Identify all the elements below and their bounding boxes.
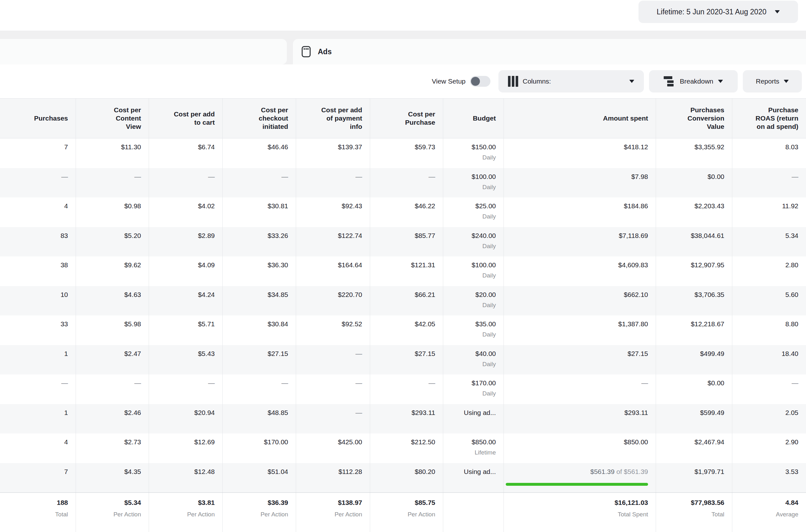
table-row[interactable]: 7$4.35$12.48$51.04$112.28$80.20Using ad.… <box>0 463 806 493</box>
cell-cost_per_purchase: — <box>370 168 443 198</box>
table-row[interactable]: 7$11.30$6.74$46.46$139.37$59.73$150.00Da… <box>0 138 806 168</box>
cell-cost_per_add_of_payment_info: $139.37 <box>296 138 370 168</box>
cell-amount_spent: $4,609.83 <box>504 256 656 286</box>
view-setup-toggle[interactable] <box>470 76 490 87</box>
cell-purchases_conversion_value: $2,203.43 <box>656 197 732 227</box>
total-cell-cost_per_content_view: $5.34Per Action <box>76 493 149 532</box>
cell-purchases_conversion_value: $12,218.67 <box>656 316 732 345</box>
cell-cost_per_content_view: $11.30 <box>76 138 149 168</box>
cell-purchase_roas: — <box>732 168 806 198</box>
table-row[interactable]: 10$4.63$4.24$34.85$220.70$66.21$20.00Dai… <box>0 286 806 316</box>
cell-cost_per_add_to_cart: $2.89 <box>149 227 223 257</box>
cell-amount_spent: $1,387.80 <box>504 316 656 345</box>
cell-cost_per_checkout_initiated: $46.46 <box>223 138 296 168</box>
table-row[interactable]: 4$0.98$4.02$30.81$92.43$46.22$25.00Daily… <box>0 197 806 227</box>
cell-budget: $40.00Daily <box>443 345 504 375</box>
breakdown-button[interactable]: Breakdown <box>649 70 738 93</box>
tab-ads[interactable]: Ads <box>293 39 806 64</box>
cell-cost_per_add_to_cart: $12.69 <box>149 434 223 463</box>
column-header-purchase_roas[interactable]: Purchase ROAS (return on ad spend) <box>732 98 806 138</box>
cell-purchases: 1 <box>0 404 76 434</box>
cell-cost_per_content_view: — <box>76 168 149 198</box>
cell-purchase_roas: 5.60 <box>732 286 806 316</box>
table-row[interactable]: 1$2.47$5.43$27.15—$27.15$40.00Daily$27.1… <box>0 345 806 375</box>
cell-cost_per_add_to_cart: $20.94 <box>149 404 223 434</box>
total-cell-amount_spent: $16,121.03Total Spent <box>504 493 656 532</box>
cell-cost_per_add_of_payment_info: $164.64 <box>296 256 370 286</box>
cell-cost_per_purchase: $80.20 <box>370 463 443 493</box>
cell-purchase_roas: 2.90 <box>732 434 806 463</box>
column-header-purchases[interactable]: Purchases <box>0 98 76 138</box>
columns-icon <box>508 76 518 87</box>
cell-cost_per_add_of_payment_info: — <box>296 345 370 375</box>
cell-cost_per_purchase: $85.77 <box>370 227 443 257</box>
column-header-cost_per_content_view[interactable]: Cost per Content View <box>76 98 149 138</box>
cell-purchases: 4 <box>0 197 76 227</box>
cell-cost_per_content_view: — <box>76 375 149 404</box>
cell-cost_per_add_of_payment_info: $92.52 <box>296 316 370 345</box>
cell-amount_spent: $850.00 <box>504 434 656 463</box>
table-row[interactable]: 1$2.46$20.94$48.85—$293.11Using ad...$29… <box>0 404 806 434</box>
cell-purchase_roas: 2.05 <box>732 404 806 434</box>
cell-purchases_conversion_value: $0.00 <box>656 375 732 404</box>
cell-purchase_roas: 5.34 <box>732 227 806 257</box>
budget-progress-bar <box>506 483 648 486</box>
column-header-cost_per_add_of_payment_info[interactable]: Cost per add of payment info <box>296 98 370 138</box>
cell-purchases: 7 <box>0 463 76 493</box>
cell-purchases_conversion_value: $499.49 <box>656 345 732 375</box>
cell-amount_spent: $27.15 <box>504 345 656 375</box>
cell-cost_per_content_view: $2.47 <box>76 345 149 375</box>
cell-purchases: 4 <box>0 434 76 463</box>
cell-budget: $20.00Daily <box>443 286 504 316</box>
cell-budget: $25.00Daily <box>443 197 504 227</box>
column-header-budget[interactable]: Budget <box>443 98 504 138</box>
column-header-cost_per_checkout_initiated[interactable]: Cost per checkout initiated <box>223 98 296 138</box>
column-header-purchases_conversion_value[interactable]: Purchases Conversion Value <box>656 98 732 138</box>
table-row[interactable]: 4$2.73$12.69$170.00$425.00$212.50$850.00… <box>0 434 806 463</box>
cell-budget: $150.00Daily <box>443 138 504 168</box>
cell-cost_per_add_of_payment_info: — <box>296 168 370 198</box>
cell-cost_per_checkout_initiated: $51.04 <box>223 463 296 493</box>
cell-purchases: 83 <box>0 227 76 257</box>
reports-button[interactable]: Reports <box>743 70 802 93</box>
column-header-amount_spent[interactable]: Amount spent <box>504 98 656 138</box>
column-header-cost_per_add_to_cart[interactable]: Cost per add to cart <box>149 98 223 138</box>
cell-purchase_roas: 8.80 <box>732 316 806 345</box>
cell-cost_per_add_to_cart: $5.43 <box>149 345 223 375</box>
cell-cost_per_add_of_payment_info: — <box>296 404 370 434</box>
table-row[interactable]: 83$5.20$2.89$33.26$122.74$85.77$240.00Da… <box>0 227 806 257</box>
cell-cost_per_add_of_payment_info: $112.28 <box>296 463 370 493</box>
cell-budget: $170.00Daily <box>443 375 504 404</box>
cell-cost_per_add_to_cart: — <box>149 168 223 198</box>
table-row[interactable]: ——————$170.00Daily—$0.00— <box>0 375 806 404</box>
total-cell-cost_per_checkout_initiated: $36.39Per Action <box>223 493 296 532</box>
cell-cost_per_add_to_cart: $6.74 <box>149 138 223 168</box>
date-range-label: Lifetime: 5 Jun 2020-31 Aug 2020 <box>657 8 766 16</box>
cell-cost_per_add_to_cart: — <box>149 375 223 404</box>
date-range-button[interactable]: Lifetime: 5 Jun 2020-31 Aug 2020 <box>638 1 798 23</box>
cell-cost_per_add_to_cart: $4.24 <box>149 286 223 316</box>
table-row[interactable]: 33$5.98$5.71$30.84$92.52$42.05$35.00Dail… <box>0 316 806 345</box>
cell-purchases: — <box>0 375 76 404</box>
chevron-down-icon <box>784 80 789 83</box>
cell-cost_per_purchase: $66.21 <box>370 286 443 316</box>
cell-cost_per_purchase: $46.22 <box>370 197 443 227</box>
table-row[interactable]: 38$9.62$4.09$36.30$164.64$121.31$100.00D… <box>0 256 806 286</box>
cell-cost_per_purchase: $293.11 <box>370 404 443 434</box>
cell-cost_per_add_of_payment_info: $425.00 <box>296 434 370 463</box>
cell-cost_per_purchase: $59.73 <box>370 138 443 168</box>
total-cell-cost_per_add_to_cart: $3.81Per Action <box>149 493 223 532</box>
cell-cost_per_checkout_initiated: $27.15 <box>223 345 296 375</box>
columns-button-label: Columns: <box>523 77 551 85</box>
column-header-cost_per_purchase[interactable]: Cost per Purchase <box>370 98 443 138</box>
table-row[interactable]: ——————$100.00Daily$7.98$0.00— <box>0 168 806 198</box>
cell-cost_per_content_view: $4.63 <box>76 286 149 316</box>
tab-left-partial[interactable] <box>0 39 287 64</box>
cell-purchases_conversion_value: $38,044.61 <box>656 227 732 257</box>
columns-button[interactable]: Columns: <box>499 70 644 93</box>
breakdown-icon <box>664 76 675 87</box>
cell-cost_per_checkout_initiated: $33.26 <box>223 227 296 257</box>
cell-cost_per_checkout_initiated: $36.30 <box>223 256 296 286</box>
total-cell-purchase_roas: 4.84Average <box>732 493 806 532</box>
cell-cost_per_content_view: $4.35 <box>76 463 149 493</box>
